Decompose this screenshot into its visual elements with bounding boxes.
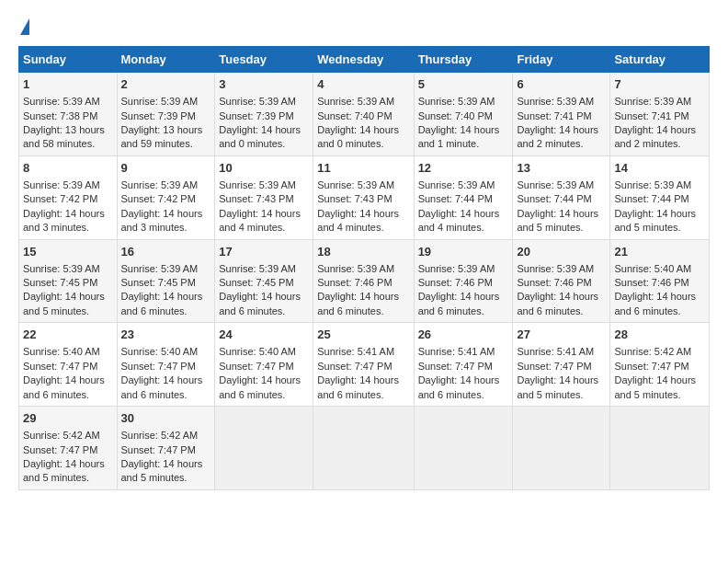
- daylight-text-cont: and 6 minutes.: [121, 389, 188, 400]
- calendar-cell: 13Sunrise: 5:39 AMSunset: 7:44 PMDayligh…: [513, 155, 610, 239]
- daylight-text-cont: and 4 minutes.: [418, 222, 484, 233]
- day-number: 27: [517, 327, 606, 343]
- day-number: 29: [23, 410, 113, 427]
- daylight-text-cont: and 6 minutes.: [317, 389, 383, 400]
- sunset-text: Sunset: 7:46 PM: [517, 277, 591, 288]
- sunrise-text: Sunrise: 5:39 AM: [517, 96, 594, 107]
- daylight-text-cont: and 2 minutes.: [517, 138, 583, 149]
- day-number: 1: [23, 76, 113, 93]
- daylight-text: Daylight: 14 hours: [517, 124, 598, 135]
- calendar-cell: 19Sunrise: 5:39 AMSunset: 7:46 PMDayligh…: [414, 239, 513, 323]
- calendar-week-4: 29Sunrise: 5:42 AMSunset: 7:47 PMDayligh…: [19, 407, 710, 490]
- daylight-text: Daylight: 13 hours: [121, 124, 203, 135]
- daylight-text-cont: and 6 minutes.: [219, 389, 285, 400]
- daylight-text: Daylight: 14 hours: [23, 208, 105, 219]
- calendar-cell: 5Sunrise: 5:39 AMSunset: 7:40 PMDaylight…: [414, 73, 513, 156]
- day-number: 14: [614, 160, 705, 177]
- daylight-text-cont: and 6 minutes.: [23, 389, 89, 400]
- calendar-cell: 23Sunrise: 5:40 AMSunset: 7:47 PMDayligh…: [117, 323, 215, 407]
- daylight-text-cont: and 6 minutes.: [317, 305, 383, 316]
- sunrise-text: Sunrise: 5:40 AM: [614, 263, 691, 274]
- sunset-text: Sunset: 7:46 PM: [418, 277, 493, 288]
- daylight-text: Daylight: 13 hours: [23, 124, 105, 135]
- sunset-text: Sunset: 7:45 PM: [219, 277, 293, 288]
- day-number: 20: [517, 244, 606, 260]
- weekday-monday: Monday: [117, 47, 215, 73]
- calendar-cell: 27Sunrise: 5:41 AMSunset: 7:47 PMDayligh…: [513, 323, 610, 407]
- daylight-text: Daylight: 14 hours: [517, 208, 598, 219]
- day-number: 12: [418, 160, 509, 177]
- calendar-cell: 9Sunrise: 5:39 AMSunset: 7:42 PMDaylight…: [117, 155, 215, 239]
- day-number: 2: [121, 76, 211, 93]
- weekday-wednesday: Wednesday: [313, 47, 414, 73]
- calendar-cell: 18Sunrise: 5:39 AMSunset: 7:46 PMDayligh…: [313, 239, 414, 323]
- daylight-text-cont: and 0 minutes.: [317, 138, 383, 149]
- sunrise-text: Sunrise: 5:39 AM: [418, 263, 495, 274]
- sunrise-text: Sunrise: 5:39 AM: [23, 263, 100, 274]
- day-number: 5: [418, 76, 509, 93]
- sunset-text: Sunset: 7:47 PM: [517, 361, 591, 372]
- daylight-text-cont: and 1 minute.: [418, 138, 480, 149]
- daylight-text: Daylight: 14 hours: [23, 458, 105, 469]
- calendar-cell: 2Sunrise: 5:39 AMSunset: 7:39 PMDaylight…: [117, 73, 215, 156]
- day-number: 24: [219, 327, 309, 343]
- day-number: 22: [23, 327, 113, 343]
- sunrise-text: Sunrise: 5:39 AM: [317, 263, 394, 274]
- day-number: 15: [23, 244, 113, 260]
- weekday-sunday: Sunday: [19, 47, 118, 73]
- calendar-cell: 24Sunrise: 5:40 AMSunset: 7:47 PMDayligh…: [215, 323, 313, 407]
- daylight-text-cont: and 6 minutes.: [418, 389, 484, 400]
- sunrise-text: Sunrise: 5:39 AM: [517, 263, 594, 274]
- weekday-header-row: SundayMondayTuesdayWednesdayThursdayFrid…: [19, 47, 710, 73]
- sunrise-text: Sunrise: 5:39 AM: [121, 179, 199, 190]
- calendar-cell: 6Sunrise: 5:39 AMSunset: 7:41 PMDaylight…: [513, 73, 610, 156]
- calendar-cell: [513, 407, 610, 490]
- logo: [18, 18, 29, 37]
- sunset-text: Sunset: 7:40 PM: [418, 110, 493, 121]
- calendar-cell: 14Sunrise: 5:39 AMSunset: 7:44 PMDayligh…: [610, 155, 710, 239]
- daylight-text: Daylight: 14 hours: [317, 374, 399, 385]
- calendar-cell: 22Sunrise: 5:40 AMSunset: 7:47 PMDayligh…: [19, 323, 118, 407]
- day-number: 10: [219, 160, 309, 177]
- daylight-text-cont: and 5 minutes.: [23, 305, 89, 316]
- sunrise-text: Sunrise: 5:40 AM: [121, 346, 199, 357]
- daylight-text-cont: and 6 minutes.: [517, 305, 583, 316]
- sunrise-text: Sunrise: 5:39 AM: [23, 96, 100, 107]
- calendar-cell: 1Sunrise: 5:39 AMSunset: 7:38 PMDaylight…: [19, 73, 118, 156]
- calendar-cell: 26Sunrise: 5:41 AMSunset: 7:47 PMDayligh…: [414, 323, 513, 407]
- calendar-cell: 3Sunrise: 5:39 AMSunset: 7:39 PMDaylight…: [215, 73, 313, 156]
- sunset-text: Sunset: 7:42 PM: [121, 193, 196, 204]
- day-number: 30: [121, 410, 211, 427]
- sunset-text: Sunset: 7:42 PM: [23, 193, 97, 204]
- daylight-text-cont: and 3 minutes.: [121, 222, 188, 233]
- daylight-text: Daylight: 14 hours: [614, 124, 696, 135]
- day-number: 26: [418, 327, 509, 343]
- sunset-text: Sunset: 7:46 PM: [614, 277, 688, 288]
- logo-triangle-icon: [20, 18, 29, 35]
- daylight-text: Daylight: 14 hours: [219, 124, 301, 135]
- sunset-text: Sunset: 7:41 PM: [517, 110, 591, 121]
- day-number: 21: [614, 244, 705, 260]
- daylight-text: Daylight: 14 hours: [317, 291, 399, 302]
- sunset-text: Sunset: 7:43 PM: [219, 193, 293, 204]
- sunset-text: Sunset: 7:44 PM: [517, 193, 591, 204]
- sunrise-text: Sunrise: 5:39 AM: [121, 263, 199, 274]
- sunrise-text: Sunrise: 5:42 AM: [23, 430, 100, 441]
- sunrise-text: Sunrise: 5:39 AM: [418, 96, 495, 107]
- calendar-cell: [215, 407, 313, 490]
- calendar-cell: 4Sunrise: 5:39 AMSunset: 7:40 PMDaylight…: [313, 73, 414, 156]
- sunset-text: Sunset: 7:47 PM: [121, 444, 196, 455]
- sunrise-text: Sunrise: 5:39 AM: [121, 96, 199, 107]
- daylight-text-cont: and 4 minutes.: [219, 222, 285, 233]
- weekday-saturday: Saturday: [610, 47, 710, 73]
- sunrise-text: Sunrise: 5:41 AM: [418, 346, 495, 357]
- daylight-text: Daylight: 14 hours: [418, 208, 500, 219]
- daylight-text-cont: and 6 minutes.: [418, 305, 484, 316]
- day-number: 16: [121, 244, 211, 260]
- day-number: 11: [317, 160, 409, 177]
- calendar-week-1: 8Sunrise: 5:39 AMSunset: 7:42 PMDaylight…: [19, 155, 710, 239]
- calendar-cell: 28Sunrise: 5:42 AMSunset: 7:47 PMDayligh…: [610, 323, 710, 407]
- daylight-text: Daylight: 14 hours: [219, 374, 301, 385]
- sunset-text: Sunset: 7:44 PM: [418, 193, 493, 204]
- sunrise-text: Sunrise: 5:42 AM: [614, 346, 691, 357]
